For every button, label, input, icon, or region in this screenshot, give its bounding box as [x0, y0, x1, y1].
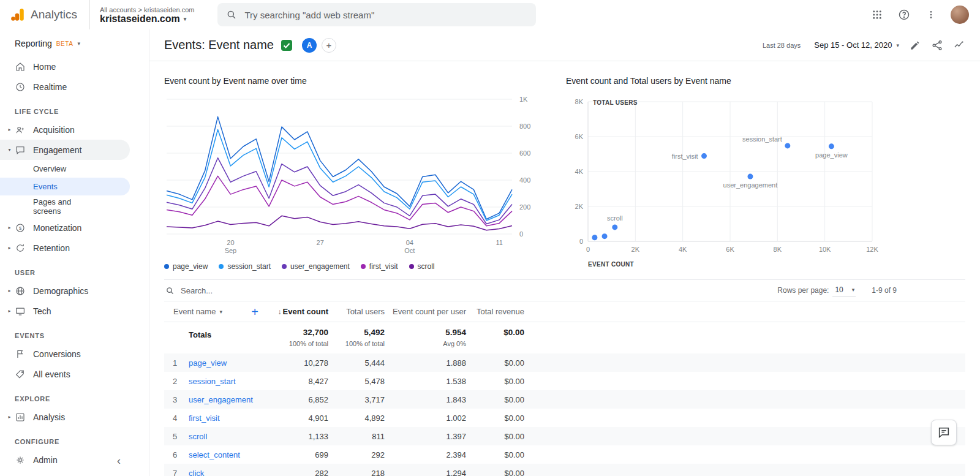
account-picker[interactable]: kristaseiden.com ▾: [100, 13, 194, 25]
svg-text:20: 20: [227, 239, 234, 246]
sidebar-item-overview[interactable]: Overview: [0, 160, 130, 178]
apps-grid-icon[interactable]: [870, 7, 884, 22]
legend-dot: [164, 264, 169, 269]
event-name-link[interactable]: page_view: [189, 358, 265, 368]
add-comparison-button[interactable]: +: [322, 38, 336, 53]
sidebar-item-analysis[interactable]: ▸ Analysis: [0, 407, 130, 427]
sidebar-item-events[interactable]: Events: [0, 178, 130, 195]
sidebar-item-engagement[interactable]: ▾ Engagement: [0, 140, 130, 160]
row-index: 1: [164, 358, 189, 368]
search-input[interactable]: [244, 10, 527, 20]
svg-text:1K: 1K: [519, 96, 528, 103]
sidebar-item-all-events[interactable]: All events: [0, 364, 130, 384]
totals-per-user: 5.954: [385, 328, 466, 337]
help-icon[interactable]: [897, 7, 911, 22]
feedback-button[interactable]: [931, 420, 957, 445]
svg-text:800: 800: [519, 123, 530, 130]
table-row: 1 page_view 10,278 5,444 1.888 $0.00: [164, 353, 965, 372]
sidebar-item-pages-and-screens[interactable]: Pages and screens: [0, 195, 130, 217]
event-name-link[interactable]: scroll: [189, 432, 265, 441]
event-name-link[interactable]: first_visit: [189, 414, 265, 423]
report-header: Events: Event name A + Last 28 days Sep …: [149, 29, 980, 61]
chevron-right-icon: ▸: [5, 308, 14, 314]
comparison-badge[interactable]: A: [302, 38, 317, 53]
svg-text:8K: 8K: [575, 98, 584, 105]
user-avatar[interactable]: [951, 6, 969, 24]
date-range-picker[interactable]: Sep 15 - Oct 12, 2020 ▾: [814, 40, 899, 50]
svg-text:8K: 8K: [774, 246, 782, 253]
svg-text:600: 600: [519, 149, 530, 157]
svg-text:0: 0: [519, 230, 523, 238]
column-total-revenue[interactable]: Total revenue: [466, 307, 524, 316]
section-user: USER: [0, 258, 149, 281]
global-search[interactable]: [217, 3, 536, 26]
verified-check-icon: [281, 40, 292, 51]
charts-row: Event count by Event name over time 1K80…: [149, 61, 980, 274]
sidebar-item-home[interactable]: Home: [0, 56, 130, 77]
sidebar-item-tech[interactable]: ▸ Tech: [0, 301, 130, 321]
topbar-actions: [870, 6, 980, 24]
table-row: 5 scroll 1,133 811 1.397 $0.00: [164, 427, 965, 445]
insights-icon[interactable]: [953, 39, 965, 51]
legend-dot: [409, 264, 414, 269]
totals-row: Totals 32,700100% of total 5,492100% of …: [164, 322, 965, 353]
sidebar-item-admin[interactable]: Admin: [0, 450, 130, 470]
legend-item-first_visit[interactable]: first_visit: [361, 262, 398, 271]
customize-report-icon[interactable]: [909, 39, 921, 51]
sidebar-item-conversions[interactable]: Conversions: [0, 344, 130, 364]
share-icon[interactable]: [931, 39, 943, 51]
acquisition-icon: [15, 124, 26, 135]
breadcrumb: All accounts > kristaseiden.com: [100, 6, 194, 13]
topbar: Analytics All accounts > kristaseiden.co…: [0, 0, 980, 29]
event-name-link[interactable]: click: [189, 469, 265, 476]
legend-item-user_engagement[interactable]: user_engagement: [282, 262, 350, 271]
sidebar-item-realtime[interactable]: Realtime: [0, 77, 130, 97]
sidebar-item-demographics[interactable]: ▸ Demographics: [0, 281, 130, 301]
legend-item-page_view[interactable]: page_view: [164, 262, 208, 271]
column-event-name[interactable]: Event name ▾: [164, 307, 245, 316]
reporting-selector[interactable]: Reporting BETA ▾: [0, 29, 149, 56]
svg-text:6K: 6K: [575, 133, 584, 140]
table-search-input[interactable]: [181, 286, 364, 295]
events-table: Rows per page: 10 ▾ 1-9 of 9 Event name …: [164, 279, 965, 476]
legend-item-scroll[interactable]: scroll: [409, 262, 435, 271]
table-row: 3 user_engagement 6,852 3,717 1.843 $0.0…: [164, 390, 965, 409]
tag-icon: [15, 369, 26, 380]
table-search-row: Rows per page: 10 ▾ 1-9 of 9: [164, 279, 965, 301]
pagination-status: 1-9 of 9: [872, 286, 897, 295]
event-name-link[interactable]: session_start: [189, 377, 265, 386]
brand-name: Analytics: [31, 8, 77, 21]
totals-event-count: 32,700: [265, 328, 328, 337]
svg-text:400: 400: [519, 176, 530, 184]
column-total-users[interactable]: Total users: [328, 307, 385, 316]
column-event-count[interactable]: ↓Event count: [265, 307, 328, 316]
svg-text:27: 27: [317, 239, 324, 246]
sidebar-item-acquisition[interactable]: ▸ Acquisition: [0, 119, 130, 140]
section-events: EVENTS: [0, 321, 149, 344]
sidebar-item-retention[interactable]: ▸ Retention: [0, 238, 130, 258]
event-name-link[interactable]: select_content: [189, 450, 265, 459]
row-index: 5: [164, 432, 189, 441]
account-area: All accounts > kristaseiden.com kristase…: [89, 0, 204, 29]
rows-per-page-select[interactable]: 10 ▾: [832, 284, 856, 297]
chevron-down-icon: ▾: [5, 147, 14, 153]
svg-text:first_visit: first_visit: [672, 153, 698, 160]
svg-text:12K: 12K: [866, 246, 878, 253]
scatter-chart: 02K4K6K8K02K4K6K8K10K12KTOTAL USERSEVENT…: [566, 93, 891, 272]
column-event-count-per-user[interactable]: Event count per user: [385, 307, 466, 316]
event-name-link[interactable]: user_engagement: [189, 395, 265, 404]
table-body: 1 page_view 10,278 5,444 1.888 $0.00 2 s…: [164, 353, 965, 476]
main-content: Events: Event name A + Last 28 days Sep …: [149, 29, 980, 476]
svg-text:page_view: page_view: [815, 151, 848, 159]
add-column-button[interactable]: +: [245, 306, 265, 318]
sidebar-collapse-button[interactable]: ‹: [117, 455, 121, 467]
analytics-logo-area[interactable]: Analytics: [0, 7, 89, 23]
home-icon: [15, 61, 26, 72]
legend-item-session_start[interactable]: session_start: [219, 262, 271, 271]
chevron-right-icon: ▸: [5, 288, 14, 293]
gear-icon: [15, 455, 26, 466]
svg-text:TOTAL USERS: TOTAL USERS: [593, 99, 638, 106]
sidebar-item-monetization[interactable]: ▸ $ Monetization: [0, 217, 130, 238]
svg-text:2K: 2K: [575, 203, 584, 210]
more-vertical-icon[interactable]: [924, 7, 938, 22]
